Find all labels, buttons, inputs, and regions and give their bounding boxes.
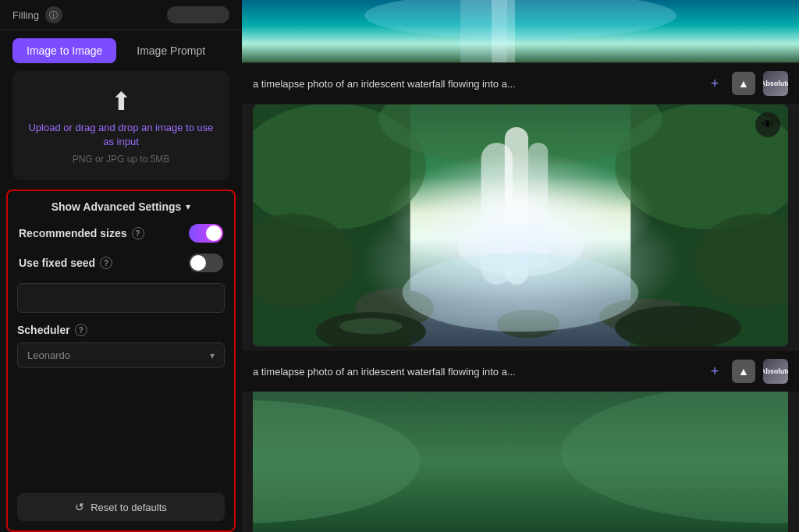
top-image-strip bbox=[242, 0, 799, 62]
recommended-sizes-slider bbox=[189, 224, 223, 243]
toggle-bar[interactable] bbox=[167, 6, 229, 23]
main-waterfall-image bbox=[253, 105, 788, 346]
spacer bbox=[17, 379, 225, 482]
scheduler-section: Scheduler ? Leonardo ▾ bbox=[17, 324, 225, 368]
recommended-sizes-toggle[interactable] bbox=[189, 224, 223, 243]
sidebar-top: Filling ⓘ bbox=[0, 0, 242, 30]
avatar-2: Absolute bbox=[763, 359, 788, 384]
tab-row: Image to Image Image Prompt bbox=[0, 30, 242, 71]
scheduler-label-group: Scheduler ? bbox=[17, 324, 225, 336]
seed-input[interactable] bbox=[17, 283, 225, 313]
arrow-up-icon-2: ▲ bbox=[738, 365, 749, 378]
svg-point-21 bbox=[403, 253, 639, 332]
use-fixed-seed-slider bbox=[189, 254, 223, 272]
eye-button[interactable]: 👁 bbox=[755, 112, 780, 137]
avatar-text-1: Absolute bbox=[763, 80, 788, 87]
reset-to-defaults-button[interactable]: ↺ Reset to defaults bbox=[17, 493, 225, 521]
recommended-sizes-help-icon[interactable]: ? bbox=[132, 227, 144, 239]
use-fixed-seed-help-icon[interactable]: ? bbox=[100, 257, 112, 269]
prompt-row-1: a timelapse photo of an iridescent water… bbox=[242, 62, 799, 105]
upload-link[interactable]: Upload or drag and drop bbox=[28, 122, 138, 133]
tab-image-prompt[interactable]: Image Prompt bbox=[123, 38, 219, 63]
prompt-text-1: a timelapse photo of an iridescent water… bbox=[253, 78, 698, 90]
recommended-sizes-label-group: Recommended sizes ? bbox=[19, 227, 144, 239]
main-image-container: 👁 bbox=[253, 105, 788, 349]
avatar-text-2: Absolute bbox=[763, 367, 788, 375]
add-button-1[interactable]: + bbox=[705, 74, 724, 93]
advanced-settings-header[interactable]: Show Advanced Settings ▾ bbox=[17, 200, 225, 213]
upload-subtext: PNG or JPG up to 5MB bbox=[73, 154, 170, 165]
bottom-image-strip bbox=[253, 392, 788, 532]
filling-label: Filling bbox=[12, 9, 39, 21]
reset-label: Reset to defaults bbox=[91, 502, 167, 513]
prompt-text-2: a timelapse photo of an iridescent water… bbox=[253, 366, 698, 378]
upload-button-1[interactable]: ▲ bbox=[732, 72, 755, 95]
scheduler-chevron-icon: ▾ bbox=[210, 350, 215, 361]
bottom-waterfall-svg bbox=[253, 392, 788, 532]
arrow-up-icon-1: ▲ bbox=[738, 77, 749, 90]
reset-icon: ↺ bbox=[75, 501, 84, 513]
scheduler-dropdown[interactable]: Leonardo ▾ bbox=[17, 342, 225, 368]
advanced-settings-label: Show Advanced Settings bbox=[51, 200, 182, 213]
upload-area[interactable]: ⬆ Upload or drag and drop an image to us… bbox=[12, 71, 229, 180]
scheduler-value: Leonardo bbox=[27, 349, 70, 361]
chevron-down-icon: ▾ bbox=[186, 201, 190, 212]
use-fixed-seed-text: Use fixed seed bbox=[19, 257, 95, 269]
svg-point-24 bbox=[339, 318, 403, 334]
upload-text: Upload or drag and drop an image to use … bbox=[28, 121, 214, 149]
scheduler-label-text: Scheduler bbox=[17, 324, 70, 336]
add-button-2[interactable]: + bbox=[705, 362, 724, 381]
use-fixed-seed-knob bbox=[190, 255, 206, 271]
use-fixed-seed-toggle[interactable] bbox=[189, 254, 223, 272]
use-fixed-seed-row: Use fixed seed ? bbox=[17, 254, 225, 272]
tab-image-to-image[interactable]: Image to Image bbox=[12, 38, 116, 63]
upload-button-2[interactable]: ▲ bbox=[732, 360, 755, 383]
avatar-1: Absolute bbox=[763, 71, 788, 96]
eye-icon: 👁 bbox=[762, 118, 774, 132]
recommended-sizes-text: Recommended sizes bbox=[19, 227, 127, 239]
recommended-sizes-row: Recommended sizes ? bbox=[17, 224, 225, 243]
use-fixed-seed-label-group: Use fixed seed ? bbox=[19, 257, 112, 269]
filling-info-icon[interactable]: ⓘ bbox=[45, 6, 62, 23]
recommended-sizes-knob bbox=[206, 225, 222, 241]
main-content: a timelapse photo of an iridescent water… bbox=[242, 0, 799, 532]
scheduler-help-icon[interactable]: ? bbox=[75, 324, 87, 336]
advanced-settings-section: Show Advanced Settings ▾ Recommended siz… bbox=[6, 190, 236, 532]
upload-icon: ⬆ bbox=[111, 87, 132, 116]
prompt-row-2: a timelapse photo of an iridescent water… bbox=[242, 351, 799, 392]
svg-rect-3 bbox=[492, 0, 515, 62]
top-waterfall-svg bbox=[242, 0, 799, 62]
sidebar: Filling ⓘ Image to Image Image Prompt ⬆ … bbox=[0, 0, 242, 532]
